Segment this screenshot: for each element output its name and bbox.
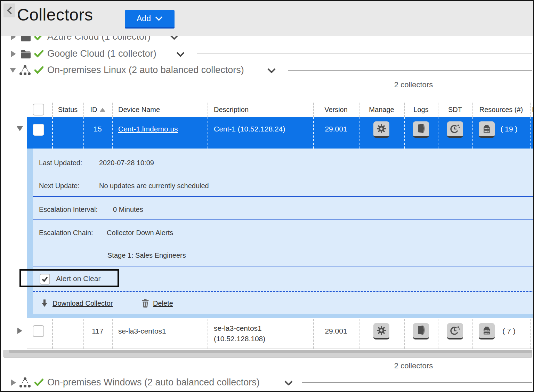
server-icon: [482, 325, 492, 336]
download-collector-link[interactable]: Download Collector: [52, 299, 113, 307]
escalation-interval-label: Escalation Interval:: [39, 206, 98, 214]
last-updated-value: 2020-07-28 10:09: [99, 159, 154, 167]
column-header-version[interactable]: Version: [313, 106, 359, 114]
caret-right-icon[interactable]: [17, 328, 22, 334]
cell-version: 29.001: [313, 327, 359, 335]
caret-down-icon[interactable]: [17, 126, 23, 131]
back-button[interactable]: [3, 3, 15, 17]
column-header-sdt[interactable]: SDT: [438, 106, 472, 114]
collectors-count-top: 2 collectors: [364, 80, 463, 89]
caret-right-icon[interactable]: [11, 379, 16, 386]
last-updated-label: Last Updated:: [39, 159, 82, 167]
green-check-icon: [34, 378, 43, 386]
column-header-status[interactable]: Status: [52, 106, 83, 114]
column-header-resources[interactable]: Resources (#): [472, 106, 530, 114]
column-separator: [438, 117, 438, 149]
column-separator: [313, 319, 314, 349]
chevron-down-icon[interactable]: [284, 381, 293, 385]
device-name-text[interactable]: se-la3-centos1: [118, 327, 166, 335]
column-separator: [208, 319, 208, 349]
column-separator: [438, 103, 438, 117]
tree-item-on-premises-windows[interactable]: On-premises Windows (2 auto balanced col…: [47, 377, 260, 388]
escalation-interval-value: 0 Minutes: [113, 206, 143, 214]
collectors-screen: Azure Cloud (1 collector) Google Cloud (…: [0, 0, 534, 392]
panel-dashed-divider: [33, 291, 534, 292]
server-icon: [482, 123, 492, 134]
collectors-count-bottom: 2 collectors: [364, 361, 463, 370]
row-checkbox[interactable]: [33, 325, 44, 337]
column-separator: [83, 103, 84, 117]
sdt-clock-icon: [450, 123, 460, 134]
alert-on-clear-checkbox[interactable]: [40, 274, 50, 285]
checkmark-icon: [41, 277, 48, 282]
resources-button[interactable]: [479, 121, 495, 138]
next-update-label: Next Update:: [39, 182, 80, 190]
column-header-description[interactable]: Description: [214, 106, 249, 114]
column-separator: [530, 103, 531, 117]
sdt-button[interactable]: [447, 323, 463, 339]
select-all-checkbox[interactable]: [33, 104, 44, 115]
download-arrow-icon[interactable]: [41, 299, 48, 307]
cell-description-line1: se-la3-centos1: [214, 324, 262, 333]
column-separator: [472, 103, 473, 117]
column-header-device-name[interactable]: Device Name: [118, 106, 160, 114]
resources-count: ( 7 ): [497, 327, 521, 335]
chevron-down-icon: [155, 16, 163, 21]
next-update-value: No updates are currently scheduled: [99, 182, 209, 190]
column-separator: [359, 103, 359, 117]
cell-id: 117: [83, 327, 112, 335]
column-header-id[interactable]: ID: [83, 106, 112, 114]
column-header-logs[interactable]: Logs: [404, 106, 438, 114]
logs-button[interactable]: [413, 121, 429, 138]
gear-icon: [376, 123, 387, 134]
add-button[interactable]: Add: [125, 10, 175, 29]
column-separator: [404, 103, 405, 117]
chevron-down-icon[interactable]: [176, 52, 185, 57]
escalation-stage: Stage 1: Sales Engineers: [107, 251, 186, 259]
chevron-down-icon[interactable]: [267, 68, 276, 73]
column-separator: [404, 117, 405, 149]
panel-divider: [33, 196, 534, 197]
cell-id: 15: [83, 125, 112, 133]
column-separator: [438, 319, 438, 349]
delete-link[interactable]: Delete: [153, 299, 173, 307]
row-checkbox[interactable]: [33, 124, 44, 136]
manage-button[interactable]: [373, 323, 389, 339]
column-separator: [208, 103, 208, 117]
cell-version: 29.001: [313, 125, 359, 133]
group-divider-line: [302, 382, 532, 383]
column-separator: [359, 319, 359, 349]
gear-icon: [376, 325, 387, 336]
column-separator: [52, 103, 53, 117]
column-separator: [83, 319, 84, 349]
auto-balance-icon: [19, 377, 31, 388]
green-check-icon: [34, 50, 43, 57]
column-header-clipped[interactable]: In: [532, 106, 534, 114]
caret-right-icon[interactable]: [11, 51, 16, 57]
tree-item-on-premises-linux[interactable]: On-premises Linux (2 auto balanced colle…: [47, 65, 244, 75]
resources-button[interactable]: [479, 323, 495, 339]
trash-icon[interactable]: [141, 298, 149, 308]
manage-button[interactable]: [373, 121, 389, 138]
column-header-manage[interactable]: Manage: [359, 106, 404, 114]
panel-divider: [33, 219, 534, 220]
alert-on-clear-label: Alert on Clear: [56, 274, 100, 283]
sdt-button[interactable]: [447, 121, 463, 138]
tree-item-google-cloud[interactable]: Google Cloud (1 collector): [47, 48, 156, 59]
column-separator: [208, 117, 208, 149]
caret-down-icon[interactable]: [10, 68, 16, 73]
escalation-chain-value: Collector Down Alerts: [107, 229, 173, 237]
logs-button[interactable]: [413, 323, 429, 339]
green-check-icon: [34, 66, 43, 74]
page-title: Collectors: [17, 5, 93, 24]
folder-icon: [20, 49, 31, 58]
horizontal-scrollbar-thumb[interactable]: [9, 350, 532, 353]
device-name-link[interactable]: Cent-1.lmdemo.us: [118, 125, 178, 133]
sort-asc-icon: [100, 108, 105, 112]
column-separator: [404, 319, 405, 349]
column-separator: [112, 117, 113, 149]
book-icon: [416, 325, 426, 336]
book-icon: [416, 123, 426, 134]
cell-description: Cent-1 (10.52.128.24): [214, 125, 285, 133]
cell-description-line2: (10.52.128.108): [214, 335, 265, 343]
